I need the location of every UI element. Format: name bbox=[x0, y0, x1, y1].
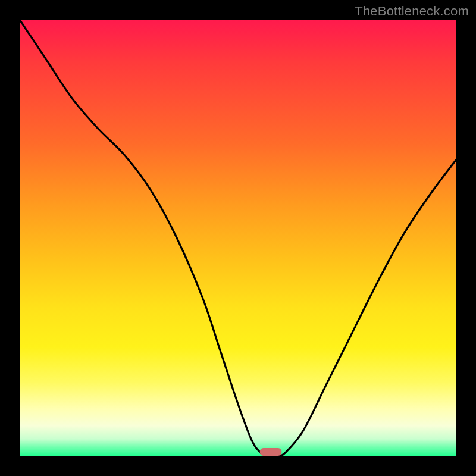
plot-area bbox=[20, 20, 456, 456]
chart-frame: TheBottleneck.com bbox=[0, 0, 476, 476]
watermark-text: TheBottleneck.com bbox=[355, 4, 469, 19]
